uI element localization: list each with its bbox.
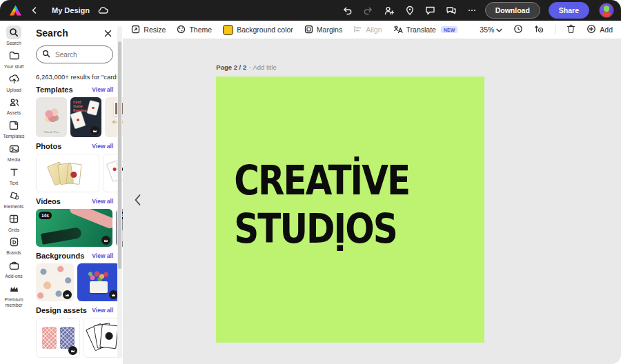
background-thumbnail-pattern[interactable] bbox=[36, 263, 74, 301]
toolbar-item-label: Add bbox=[600, 26, 613, 34]
panel-scrollbar-thumb[interactable] bbox=[118, 41, 121, 269]
close-icon[interactable] bbox=[102, 28, 113, 39]
template-thumbnail-card-game[interactable]: Card Game Evening bbox=[70, 97, 101, 137]
cloud-status-icon bbox=[95, 3, 110, 18]
adobe-express-logo[interactable] bbox=[10, 6, 21, 16]
add-page-button[interactable]: Add bbox=[586, 24, 613, 35]
sidebar-item-label: Templates bbox=[1, 134, 27, 139]
view-all-link[interactable]: View all bbox=[92, 252, 113, 259]
timer-button[interactable] bbox=[513, 24, 523, 35]
sidebar-item-upload[interactable]: Upload bbox=[0, 72, 28, 93]
sidebar-item-add-ons[interactable]: Add-ons bbox=[0, 259, 28, 279]
theme-icon bbox=[177, 25, 186, 35]
toolbar-item-label: Resize bbox=[144, 26, 166, 34]
back-chevron-icon[interactable] bbox=[27, 3, 42, 18]
toolbar-item-label: Align bbox=[366, 26, 382, 34]
canvas-title-text[interactable]: CREATİVE STUDỊOS bbox=[234, 156, 409, 254]
sidebar-item-your-stuff[interactable]: Your stuff bbox=[0, 49, 28, 70]
background-swatch bbox=[223, 25, 233, 35]
sidebar-item-grids[interactable]: Grids bbox=[0, 212, 28, 233]
view-all-link[interactable]: View all bbox=[92, 86, 113, 93]
thumbnail-row bbox=[36, 154, 123, 192]
section-design-assets: Design assets View all bbox=[36, 306, 123, 358]
page-label[interactable]: Page 2 / 2 - Add title bbox=[216, 63, 276, 71]
video-thumbnail-card-table[interactable]: 14s bbox=[36, 209, 112, 247]
share-button[interactable]: Share bbox=[549, 2, 589, 19]
page-title-placeholder[interactable]: - Add title bbox=[249, 63, 277, 71]
margins-button[interactable]: Margins bbox=[304, 25, 342, 35]
templates-icon bbox=[6, 119, 21, 132]
sidebar-item-label: Media bbox=[1, 157, 27, 163]
panel-title: Search bbox=[36, 28, 68, 39]
premium-crown-badge bbox=[63, 290, 72, 299]
search-input-box[interactable] bbox=[36, 46, 113, 63]
sidebar-item-label: Grids bbox=[1, 228, 27, 233]
people-icon bbox=[6, 95, 21, 109]
undo-icon[interactable] bbox=[340, 3, 355, 18]
sidebar-item-brands[interactable]: Brands bbox=[0, 235, 28, 256]
collapse-panel-button[interactable] bbox=[131, 192, 144, 208]
thumbnail-row: Thank You Card Game Evening HAPPY bbox=[36, 97, 123, 137]
background-thumbnail-envelope[interactable] bbox=[77, 263, 120, 301]
envelope-art bbox=[90, 281, 108, 293]
sidebar-item-assets[interactable]: Assets bbox=[0, 95, 28, 116]
translate-button[interactable]: Translate NEW bbox=[393, 25, 458, 35]
add-collaborator-icon[interactable] bbox=[382, 3, 397, 18]
text-icon bbox=[6, 165, 21, 179]
section-templates: Templates View all Thank You Card Game E… bbox=[36, 85, 123, 137]
addons-icon bbox=[6, 259, 21, 272]
user-avatar[interactable] bbox=[599, 3, 614, 18]
delete-page-button[interactable] bbox=[566, 24, 575, 35]
comment-icon[interactable] bbox=[423, 3, 438, 18]
resize-button[interactable]: Resize bbox=[131, 25, 166, 35]
sidebar-item-premium-member[interactable]: Premium member bbox=[0, 282, 28, 308]
theme-button[interactable]: Theme bbox=[177, 25, 212, 35]
download-button[interactable]: Download bbox=[485, 2, 540, 19]
app-body: Search Your stuff Upload Assets Template… bbox=[0, 21, 621, 364]
sidebar-item-search[interactable]: Search bbox=[0, 26, 28, 46]
sidebar-item-media[interactable]: Media bbox=[0, 142, 28, 163]
pin-icon[interactable] bbox=[402, 3, 417, 18]
search-input[interactable] bbox=[54, 50, 107, 59]
align-button: Align bbox=[353, 25, 382, 35]
thumbnail-row: 14s 19s bbox=[36, 209, 123, 247]
view-all-link[interactable]: View all bbox=[92, 307, 113, 314]
template-thumbnail-thank-you[interactable]: Thank You bbox=[36, 97, 67, 137]
premium-crown-badge bbox=[109, 290, 118, 299]
title-line-1: CREATİVE bbox=[234, 156, 409, 205]
sidebar-item-label: Your stuff bbox=[1, 64, 27, 70]
canvas-page[interactable]: CREATİVE STUDỊOS bbox=[216, 77, 484, 343]
sidebar-item-text[interactable]: Text bbox=[0, 165, 28, 186]
asset-thumbnail-card-backs[interactable] bbox=[36, 318, 80, 358]
flower-art bbox=[43, 107, 61, 125]
title-line-2: STUDỊOS bbox=[234, 205, 409, 254]
more-icon[interactable] bbox=[464, 3, 480, 18]
thumbnail-row bbox=[36, 318, 123, 358]
card-back-art bbox=[42, 327, 57, 349]
upload-cloud-icon bbox=[6, 72, 21, 86]
thumbnail-row bbox=[36, 263, 123, 301]
toolbar-item-label: Translate bbox=[406, 26, 436, 34]
zoom-value: 35% bbox=[480, 26, 494, 34]
photo-thumbnail-aces[interactable] bbox=[36, 154, 99, 192]
section-title: Templates bbox=[36, 85, 73, 94]
card-art bbox=[99, 324, 118, 349]
view-all-link[interactable]: View all bbox=[92, 198, 113, 205]
section-backgrounds: Backgrounds View all bbox=[36, 252, 123, 301]
sidebar-item-label: Elements bbox=[1, 204, 27, 210]
section-header: Photos View all bbox=[36, 142, 123, 150]
toolbar-item-label: Theme bbox=[189, 26, 212, 34]
section-title: Photos bbox=[36, 142, 61, 150]
zoom-select[interactable]: 35% bbox=[480, 26, 502, 34]
chat-icon[interactable] bbox=[444, 3, 459, 18]
sidebar-item-templates[interactable]: Templates bbox=[0, 119, 28, 139]
document-title[interactable]: My Design bbox=[52, 6, 90, 14]
toolbar-divider bbox=[555, 25, 555, 34]
magnifier-icon bbox=[42, 48, 50, 61]
view-all-link[interactable]: View all bbox=[92, 143, 113, 150]
reorder-button[interactable] bbox=[534, 24, 544, 35]
background-color-button[interactable]: Background color bbox=[223, 25, 293, 35]
app-window: My Design Download Share bbox=[0, 0, 621, 364]
sidebar-item-elements[interactable]: Elements bbox=[0, 189, 28, 210]
section-header: Backgrounds View all bbox=[36, 252, 123, 260]
